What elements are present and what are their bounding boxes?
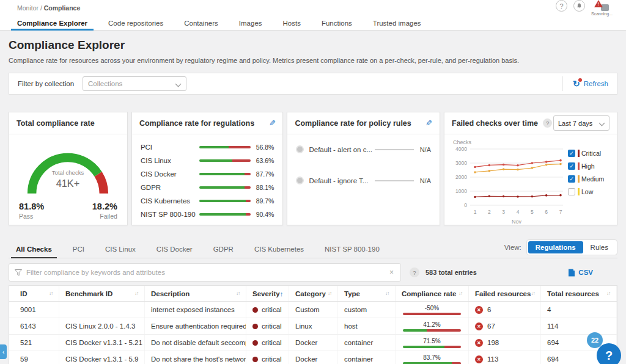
subtab-cis-kubernetes[interactable]: CIS Kubernetes — [247, 246, 311, 258]
legend-item-critical[interactable]: ✓Critical — [568, 147, 613, 159]
notification-bell-icon[interactable] — [573, 0, 585, 12]
legend-item-medium[interactable]: ✓Medium — [568, 172, 613, 185]
policy-rule-row[interactable]: Default - alert on c...N/A — [296, 145, 431, 153]
regulation-value: 87.7% — [251, 170, 274, 178]
subtab-gdpr[interactable]: GDPR — [206, 246, 241, 258]
compliance-filter-input[interactable] — [26, 269, 388, 276]
scanning-label: Scanning... — [591, 12, 613, 16]
regulation-value: 63.6% — [251, 157, 274, 164]
regulations-list: PCI56.8%CIS Linux63.6%CIS Docker87.7%GDP… — [132, 134, 283, 225]
failed-resources-count: 6 — [487, 306, 491, 313]
regulation-row-cis-linux[interactable]: CIS Linux63.6% — [141, 154, 274, 167]
table-row[interactable]: 59CIS Docker v1.3.1 - 5.9Do not share th… — [9, 351, 617, 364]
sort-icons: ↓↑ — [606, 291, 610, 296]
tab-code-repositories[interactable]: Code repositories — [102, 16, 169, 30]
support-help-button[interactable]: ? — [597, 343, 621, 364]
view-regulations-button[interactable]: Regulations — [528, 241, 583, 253]
column-header-type[interactable]: Type↓↑ — [338, 286, 396, 301]
csv-export-button[interactable]: CSV — [568, 269, 617, 277]
cell-failed-resources: ✕113 — [469, 351, 541, 364]
edit-pencil-icon[interactable]: ✎ — [269, 118, 276, 128]
tab-compliance-explorer[interactable]: Compliance Explorer — [11, 16, 94, 30]
policy-rules-card: Compliance rate for policy rules ✎ Defau… — [287, 112, 440, 225]
rule-bar — [375, 180, 413, 181]
cell-failed-resources: ✕6 — [469, 302, 541, 318]
time-range-select[interactable]: Last 7 days — [553, 115, 609, 131]
primary-tab-bar: Compliance ExplorerCode repositoriesCont… — [0, 16, 626, 31]
legend-item-high[interactable]: ✓High — [568, 159, 613, 172]
column-header-compliance-rate[interactable]: Compliance rate↓↑ — [396, 286, 469, 301]
regulation-row-nist-sp-800-190[interactable]: NIST SP 800-19090.4% — [141, 208, 274, 221]
compliance-explorer-page: Monitor / Compliance ? Scanning... Compl… — [0, 0, 626, 364]
column-header-failed-resources[interactable]: Failed resources↓↑ — [469, 286, 541, 301]
tab-images[interactable]: Images — [233, 16, 268, 30]
checkbox-checked-icon[interactable]: ✓ — [568, 150, 575, 157]
refresh-alert-dot — [578, 78, 582, 82]
subtab-all-checks[interactable]: All Checks — [9, 246, 59, 258]
tab-hosts[interactable]: Hosts — [277, 16, 307, 30]
policy-rules-title: Compliance rate for policy rules — [295, 119, 411, 128]
csv-label: CSV — [578, 269, 593, 276]
policy-rules-card-header: Compliance rate for policy rules ✎ — [287, 112, 440, 134]
regulation-bar — [199, 173, 251, 175]
svg-text:5: 5 — [531, 209, 534, 215]
breadcrumb-section[interactable]: Monitor — [17, 4, 39, 12]
sort-icons: ↓↑ — [458, 291, 462, 296]
bell-glyph — [576, 2, 583, 9]
cell-description: Do not share the host's network na... — [145, 351, 246, 364]
table-row[interactable]: 9001internet exposed instancescriticalCu… — [9, 302, 617, 318]
clear-filter-icon[interactable]: × — [388, 268, 395, 277]
legend-item-low[interactable]: Low — [568, 185, 613, 198]
scanning-warning-icon — [594, 0, 609, 11]
column-header-description[interactable]: Description↓↑ — [145, 286, 246, 301]
scanning-status[interactable]: Scanning... — [591, 0, 613, 16]
svg-text:7: 7 — [559, 209, 562, 215]
help-icon[interactable]: ? — [543, 118, 552, 128]
subtab-cis-docker[interactable]: CIS Docker — [149, 246, 200, 258]
collections-select[interactable]: Collections — [83, 76, 186, 91]
cell-id: 59 — [9, 351, 59, 364]
tab-functions[interactable]: Functions — [315, 16, 358, 30]
severity-label: critical — [262, 339, 282, 346]
warning-triangle-icon — [594, 0, 603, 7]
table-row[interactable]: 521CIS Docker v1.3.1 - 5.21Do not disabl… — [9, 335, 617, 351]
page-description: Compliance rate for resources across you… — [9, 57, 617, 64]
regulation-label: PCI — [141, 144, 199, 151]
collapse-panel-button[interactable]: ‹ — [0, 344, 7, 359]
regulation-row-cis-docker[interactable]: CIS Docker87.7% — [141, 167, 274, 181]
regulation-row-pci[interactable]: PCI56.8% — [141, 140, 274, 154]
policy-rule-row[interactable]: Default - ignore T...N/A — [296, 177, 431, 184]
checkbox-checked-icon[interactable]: ✓ — [568, 175, 575, 183]
checkbox-checked-icon[interactable]: ✓ — [568, 162, 575, 170]
column-header-category[interactable]: Category↓↑ — [289, 286, 338, 301]
column-header-id[interactable]: ID↓↑ — [9, 286, 59, 301]
policy-rules-list: Default - alert on c...N/ADefault - igno… — [287, 134, 440, 225]
tab-containers[interactable]: Containers — [178, 16, 224, 30]
subtab-nist-sp-800-190[interactable]: NIST SP 800-190 — [317, 246, 387, 258]
cell-id: 521 — [9, 335, 59, 351]
column-label: Severity — [252, 290, 280, 297]
column-header-total-resources[interactable]: Total resources↓↑ — [541, 286, 617, 301]
failed-checks-chart: Checks010002000300040001234567Nov — [448, 137, 568, 226]
subtab-cis-linux[interactable]: CIS Linux — [98, 246, 143, 258]
view-rules-button[interactable]: Rules — [583, 241, 616, 253]
checkbox-unchecked-icon[interactable] — [568, 188, 575, 195]
fail-segment — [245, 173, 251, 175]
edit-pencil-icon[interactable]: ✎ — [425, 118, 432, 128]
column-header-severity[interactable]: Severity↑ — [246, 286, 289, 301]
failed-resources-count: 113 — [487, 355, 498, 363]
help-icon[interactable]: ? — [556, 0, 567, 12]
entries-help-icon[interactable]: ? — [410, 268, 419, 277]
view-toggle-group: RegulationsRules — [526, 239, 617, 255]
regulation-row-cis-kubernetes[interactable]: CIS Kubernetes89.7% — [141, 194, 274, 208]
failed-checks-card-header: Failed checks over time ? Last 7 days — [444, 112, 617, 134]
subtab-pci[interactable]: PCI — [65, 246, 92, 258]
chevron-down-icon — [175, 81, 181, 87]
tab-trusted-images[interactable]: Trusted images — [367, 16, 427, 30]
refresh-button[interactable]: ↻ Refresh — [562, 76, 608, 91]
regulation-row-gdpr[interactable]: GDPR88.1% — [141, 181, 274, 194]
table-row[interactable]: 6143CIS Linux 2.0.0 - 1.4.3Ensure authen… — [9, 318, 617, 335]
column-header-benchmark-id[interactable]: Benchmark ID↓↑ — [59, 286, 145, 301]
svg-text:0: 0 — [464, 202, 467, 208]
regulation-bar — [199, 213, 251, 216]
